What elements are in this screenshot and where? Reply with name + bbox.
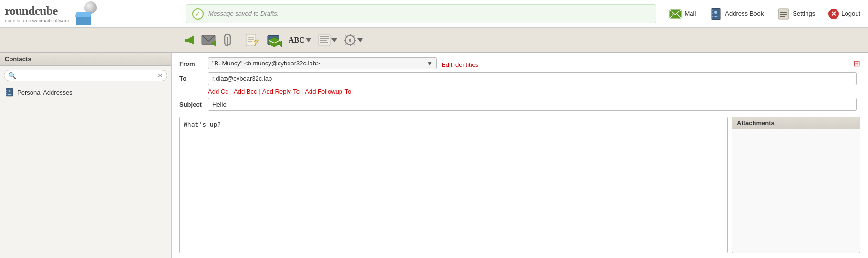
to-label: To [179,72,208,82]
add-cc-link[interactable]: Add Cc [208,88,228,95]
from-field-container: "B. Muncy" <b.muncy@cybear32c.lab> ▼ Edi… [208,57,860,69]
svg-line-40 [353,35,354,37]
contacts-search-input[interactable] [19,72,155,79]
format-button[interactable] [316,31,340,50]
svg-point-46 [9,90,10,92]
subject-label: Subject [179,98,208,108]
to-field-container [208,72,860,85]
subject-row: Subject [179,98,860,111]
logo-text: roundcube open source webmail software [5,4,69,23]
svg-rect-12 [780,16,785,17]
nav-settings-button[interactable]: Settings [774,5,818,22]
logo-cube [76,16,91,25]
logout-icon: ✕ [828,9,839,19]
from-select-dropdown[interactable]: "B. Muncy" <b.muncy@cybear32c.lab> ▼ [208,57,437,69]
svg-line-37 [345,35,347,37]
contacts-search-bar[interactable]: 🔍 ✕ [4,70,167,81]
app-name: roundcube [5,4,69,18]
svg-rect-17 [246,34,256,46]
svg-point-7 [714,11,717,14]
to-input[interactable] [208,72,857,85]
from-select-value: "B. Muncy" <b.muncy@cybear32c.lab> [212,60,425,67]
personal-addresses-icon [5,87,14,97]
svg-rect-14 [185,39,190,42]
spellcheck-icon: ABC [289,36,305,44]
svg-rect-11 [780,14,787,15]
svg-rect-9 [780,11,787,11]
settings-icon [777,7,790,21]
sign-button[interactable] [242,31,262,50]
notification-bar: ✓ Message saved to Drafts. [186,4,656,23]
contacts-title: Contacts [5,55,31,63]
save-draft-button[interactable] [264,31,284,50]
add-replyto-link[interactable]: Add Reply-To [262,88,300,95]
contacts-header: Contacts [0,53,171,66]
expand-icon-container: ⊞ [853,58,860,69]
attachments-panel: Attachments [732,117,860,253]
clear-search-icon[interactable]: ✕ [157,72,163,79]
cc-sep-1: | [230,88,232,95]
edit-identities-link[interactable]: Edit identities [442,59,478,68]
search-icon: 🔍 [8,72,16,79]
svg-rect-8 [778,9,789,19]
nav-buttons: Mail Address Book [666,5,863,22]
cc-sep-2: | [258,88,260,95]
compose-form: From "B. Muncy" <b.muncy@cybear32c.lab> … [172,53,868,258]
compose-toolbar: ABC [0,28,868,53]
logo-area: roundcube open source webmail software [5,1,176,26]
body-row: What's up? Attachments [179,117,860,253]
svg-rect-6 [711,16,713,17]
svg-rect-4 [711,10,713,11]
notification-text: Message saved to Drafts. [208,10,279,17]
svg-marker-41 [357,38,363,42]
from-row: From "B. Muncy" <b.muncy@cybear32c.lab> … [179,57,860,69]
add-bcc-link[interactable]: Add Bcc [234,88,257,95]
top-bar: roundcube open source webmail software ✓… [0,0,868,28]
to-row: To [179,72,860,85]
main-content: Contacts 🔍 ✕ Personal Addresses [0,53,868,258]
spellcheck-button[interactable]: ABC [286,31,314,50]
send-button[interactable] [198,31,218,50]
svg-rect-45 [6,94,7,95]
mail-icon [669,7,682,21]
expand-icon[interactable]: ⊞ [853,59,860,68]
attachments-header: Attachments [732,117,860,129]
nav-mail-label: Mail [684,10,696,17]
svg-line-39 [345,43,347,44]
cc-sep-3: | [301,88,303,95]
subject-field-container [208,98,860,111]
contacts-sidebar: Contacts 🔍 ✕ Personal Addresses [0,53,172,258]
svg-marker-24 [306,38,311,42]
attach-button[interactable] [220,31,240,50]
svg-line-38 [353,43,354,44]
sidebar-item-personal-addresses[interactable]: Personal Addresses [0,85,171,99]
back-button[interactable] [176,31,196,50]
cc-links-row: Add Cc | Add Bcc | Add Reply-To | Add Fo… [208,88,860,95]
subject-input[interactable] [208,98,857,111]
body-textarea[interactable]: What's up? [179,117,728,253]
notification-check-icon: ✓ [192,8,204,20]
app-tagline: open source webmail software [5,18,69,23]
personal-addresses-label: Personal Addresses [17,89,72,96]
from-label: From [179,57,208,67]
app-logo [73,1,98,26]
nav-address-book-label: Address Book [725,10,764,17]
svg-rect-44 [6,92,7,93]
svg-rect-5 [711,13,713,14]
from-dropdown-arrow-icon: ▼ [427,60,433,67]
svg-rect-25 [319,34,330,46]
add-followupto-link[interactable]: Add Followup-To [305,88,351,95]
nav-settings-label: Settings [793,10,815,17]
options-button[interactable] [341,31,365,50]
nav-mail-button[interactable]: Mail [666,5,699,22]
nav-logout-label: Logout [841,10,860,17]
svg-rect-43 [6,90,7,91]
nav-address-book-button[interactable]: Address Book [706,5,766,22]
svg-rect-10 [780,12,787,13]
nav-logout-button[interactable]: ✕ Logout [826,7,863,21]
address-book-icon [709,7,723,21]
svg-point-32 [349,39,351,42]
svg-marker-30 [331,38,337,42]
